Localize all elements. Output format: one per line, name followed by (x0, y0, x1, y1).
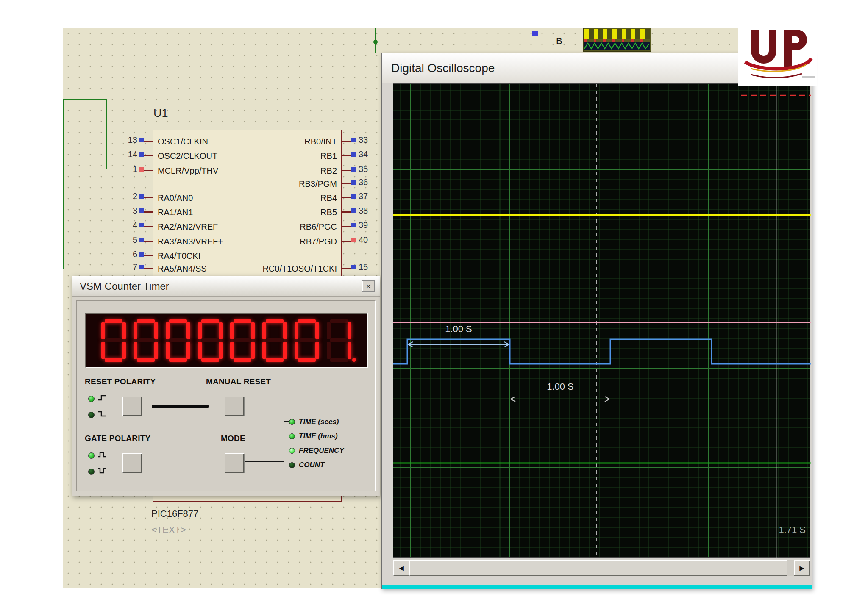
blue-pin-pad (139, 208, 144, 213)
segment-b (122, 322, 126, 339)
led-row (88, 409, 107, 420)
seven-seg-digit (327, 319, 351, 362)
blue-pin-pad (351, 180, 356, 185)
pin-number: 2 (116, 191, 137, 201)
blue-pin-pad (139, 138, 144, 142)
reset-polarity-label: RESET POLARITY (85, 377, 156, 386)
segment-e (101, 342, 105, 359)
segment-b (186, 322, 190, 339)
segment-c (348, 342, 351, 359)
seven-seg-digit (295, 319, 319, 362)
mode-option-label: TIME (hms) (299, 432, 338, 441)
red-pin-pad (139, 167, 144, 172)
seven-seg-digit (262, 319, 287, 362)
segment-c (186, 342, 190, 359)
segment-c (122, 342, 126, 359)
segment-a (298, 319, 316, 323)
segment-a (137, 319, 155, 323)
segment-d (201, 358, 219, 362)
blue-pin-pad (139, 223, 144, 227)
segment-a (169, 319, 187, 323)
pin-number: 33 (359, 135, 381, 145)
scrollbar-thumb[interactable] (409, 560, 787, 576)
right-arrow-icon: ▶ (799, 564, 804, 572)
university-logo (738, 27, 817, 86)
vsm-counter-timer-window: VSM Counter Timer ✕ RESET POLARITY MANUA… (72, 276, 380, 496)
measurement-label-2: 1.00 S (532, 381, 588, 392)
pin-name: RB2 (231, 165, 337, 176)
led-indicator (88, 469, 95, 475)
mode-led (289, 462, 295, 468)
osc-window-title: Digital Oscilloscope (391, 61, 495, 75)
oscilloscope-screen: 1.00 S 1.00 S 1.71 S (393, 83, 810, 558)
segment-f (327, 322, 331, 339)
mode-option-row: TIME (secs) (289, 417, 344, 427)
pin-stub (144, 141, 153, 142)
pin-stub (144, 155, 153, 156)
segment-a (105, 319, 122, 323)
chip-text-placeholder: <TEXT> (151, 524, 186, 535)
pin-stub (342, 226, 351, 227)
mode-bracket-line (284, 421, 289, 422)
blue-pin-pad (139, 194, 144, 199)
pattern-display-component[interactable] (583, 28, 651, 52)
segment-f (101, 322, 105, 339)
blue-pin-pad (139, 152, 144, 157)
pin-number: 34 (359, 149, 381, 159)
gate-polarity-button[interactable] (122, 453, 142, 473)
horizontal-scrollbar[interactable]: ◀ ▶ (393, 560, 810, 576)
led-bar-display (584, 29, 650, 39)
blue-pin-pad (351, 194, 356, 199)
seven-seg-digit (230, 319, 255, 362)
close-icon: ✕ (366, 283, 371, 290)
segment-g (330, 338, 348, 342)
pin-number: 38 (359, 205, 381, 216)
segment-d (137, 358, 155, 362)
pin-name: RB6/PGC (231, 221, 337, 232)
mode-label: MODE (221, 434, 245, 443)
gate-polarity-label: GATE POLARITY (85, 434, 150, 443)
pin-name: RA4/T0CKI (158, 250, 264, 261)
blue-pin-pad (351, 265, 356, 269)
blue-pin-pad (351, 167, 356, 172)
pin-stub (342, 141, 351, 142)
scroll-left-button[interactable]: ◀ (393, 560, 409, 576)
segment-f (198, 322, 202, 339)
logo-graphic (738, 27, 817, 86)
pin-number: 35 (359, 164, 381, 174)
pin-name: RB4 (231, 192, 337, 203)
segment-c (315, 342, 319, 359)
pin-stub (144, 255, 153, 256)
vsm-window-title: VSM Counter Timer (80, 280, 362, 292)
mode-button[interactable] (225, 453, 244, 473)
pin-number: 3 (116, 205, 137, 216)
segment-a (330, 319, 348, 323)
pin-stub (144, 268, 153, 269)
proteus-workspace: B U1 PIC16F877 <TEXT> VSM Counter Timer … (0, 0, 868, 613)
pin-number: 40 (359, 235, 381, 245)
pin-number: 5 (116, 235, 137, 245)
pin-stub (342, 197, 351, 198)
vsm-close-button[interactable]: ✕ (362, 280, 375, 292)
pin-stub (144, 241, 153, 242)
scroll-right-button[interactable]: ▶ (794, 560, 810, 576)
segment-g (266, 338, 284, 342)
segment-b (154, 322, 158, 339)
pin-number: 15 (359, 262, 381, 272)
pin-stub (342, 241, 351, 242)
seven-seg-digit (166, 319, 190, 362)
segment-c (283, 342, 287, 359)
pin-number: 4 (116, 220, 137, 230)
segment-d (234, 358, 251, 362)
digital-oscilloscope-window: Digital Oscilloscope 1.00 S 1.00 S 1.71 … (381, 53, 812, 589)
measurement-label-1: 1.00 S (431, 324, 487, 335)
led-row (88, 466, 107, 477)
mode-option-label: FREQUENCY (299, 447, 344, 455)
segment-g (105, 338, 122, 342)
led-indicator (88, 412, 95, 418)
segment-f (166, 322, 170, 339)
vsm-title-bar[interactable]: VSM Counter Timer ✕ (72, 276, 380, 297)
manual-reset-button[interactable] (225, 397, 244, 416)
pin-stub (144, 197, 153, 198)
reset-polarity-button[interactable] (122, 397, 142, 416)
